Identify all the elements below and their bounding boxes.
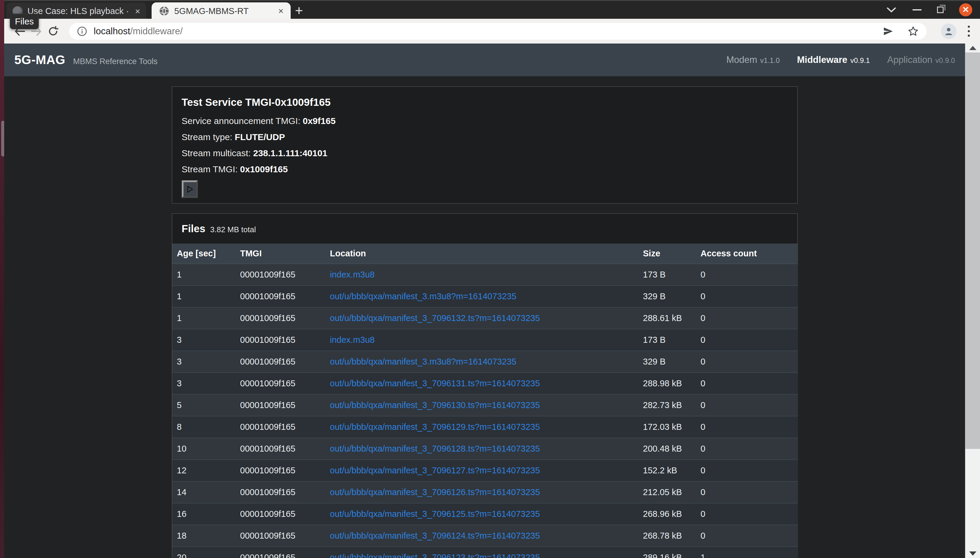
age-cell: 8 <box>172 416 236 438</box>
profile-avatar[interactable] <box>941 23 957 39</box>
table-row: 1800001009f165out/u/bbb/qxa/manifest_3_7… <box>172 525 798 547</box>
age-cell: 3 <box>172 351 236 373</box>
access-count-cell: 0 <box>696 416 798 438</box>
version-badge: v0.9.1 <box>850 56 870 64</box>
play-icon <box>185 185 194 194</box>
address-bar[interactable]: localhost/middleware/ <box>69 23 927 39</box>
location-cell: out/u/bbb/qxa/manifest_3_7096130.ts?m=16… <box>325 394 638 416</box>
location-cell: out/u/bbb/qxa/manifest_3_7096124.ts?m=16… <box>325 525 638 547</box>
maximize-restore-button[interactable] <box>937 7 944 13</box>
new-tab-button[interactable]: + <box>291 2 307 19</box>
access-count-cell: 0 <box>696 438 798 460</box>
size-cell: 172.03 kB <box>638 416 696 438</box>
file-link[interactable]: out/u/bbb/qxa/manifest_3_7096124.ts?m=16… <box>330 531 540 540</box>
tmgi-cell: 00001009f165 <box>236 286 325 307</box>
service-card-title: Test Service TMGI-0x1009f165 <box>182 96 788 108</box>
tab-5gmag-mbms-rt[interactable]: 5GMAG-MBMS-RT × <box>152 2 291 20</box>
file-link[interactable]: out/u/bbb/qxa/manifest_3.m3u8?m=16140732… <box>330 292 517 301</box>
age-cell: 1 <box>172 264 236 286</box>
nav-link-middleware[interactable]: Middlewarev0.9.1 <box>797 54 870 65</box>
browser-menu-button[interactable] <box>965 26 973 37</box>
access-count-cell: 0 <box>696 503 798 525</box>
scrollbar-down-arrow[interactable] <box>965 549 980 558</box>
triangle-down-icon <box>969 551 977 556</box>
tmgi-cell: 00001009f165 <box>236 373 325 394</box>
column-header: Size <box>638 243 696 264</box>
access-count-cell: 0 <box>696 307 798 329</box>
location-cell: out/u/bbb/qxa/manifest_3_7096128.ts?m=16… <box>325 438 638 460</box>
size-cell: 288.98 kB <box>638 373 696 394</box>
age-cell: 3 <box>172 373 236 394</box>
nav-link-application[interactable]: Applicationv0.9.0 <box>887 54 955 65</box>
access-count-cell: 0 <box>696 481 798 503</box>
file-link[interactable]: out/u/bbb/qxa/manifest_3_7096127.ts?m=16… <box>330 466 540 475</box>
browser-toolbar: localhost/middleware/ <box>4 19 980 44</box>
column-header: TMGI <box>236 243 325 264</box>
location-cell: out/u/bbb/qxa/manifest_3.m3u8?m=16140732… <box>325 286 638 307</box>
table-row: 500001009f165out/u/bbb/qxa/manifest_3_70… <box>172 394 798 416</box>
tab-search-chevron-icon[interactable] <box>886 6 897 13</box>
service-field: Stream TMGI:0x1009f165 <box>182 164 788 174</box>
table-row: 1400001009f165out/u/bbb/qxa/manifest_3_7… <box>172 481 798 503</box>
page-scrollbar[interactable] <box>965 44 980 558</box>
file-link[interactable]: out/u/bbb/qxa/manifest_3_7096126.ts?m=16… <box>330 487 540 497</box>
age-cell: 14 <box>172 481 236 503</box>
file-link[interactable]: index.m3u8 <box>330 335 375 345</box>
tab-close-icon[interactable]: × <box>135 7 140 16</box>
size-cell: 212.05 kB <box>638 481 696 503</box>
table-row: 1000001009f165out/u/bbb/qxa/manifest_3_7… <box>172 438 798 460</box>
access-count-cell: 1 <box>696 547 798 558</box>
url-host: localhost <box>94 26 130 36</box>
file-link[interactable]: out/u/bbb/qxa/manifest_3_7096125.ts?m=16… <box>330 509 540 519</box>
files-card-title: Files <box>182 223 206 235</box>
table-row: 300001009f165out/u/bbb/qxa/manifest_3.m3… <box>172 351 798 373</box>
tmgi-cell: 00001009f165 <box>236 307 325 329</box>
table-row: 1600001009f165out/u/bbb/qxa/manifest_3_7… <box>172 503 798 525</box>
play-stream-button[interactable] <box>182 181 198 198</box>
window-close-button[interactable]: ✕ <box>959 3 972 16</box>
table-row: 100001009f165out/u/bbb/qxa/manifest_3_70… <box>172 307 798 329</box>
site-info-icon[interactable] <box>77 26 87 36</box>
size-cell: 282.73 kB <box>638 394 696 416</box>
files-table-header-row: Age [sec]TMGILocationSizeAccess count <box>172 243 798 264</box>
files-table-body: 100001009f165index.m3u8173 B0100001009f1… <box>172 264 798 558</box>
site-navbar: 5G-MAG MBMS Reference Tools Modemv1.1.0 … <box>4 44 965 76</box>
size-cell: 152.2 kB <box>638 460 696 481</box>
file-link[interactable]: out/u/bbb/qxa/manifest_3_7096123.ts?m=16… <box>330 553 540 558</box>
table-row: 300001009f165index.m3u8173 B0 <box>172 329 798 351</box>
file-link[interactable]: out/u/bbb/qxa/manifest_3_7096130.ts?m=16… <box>330 400 540 410</box>
minimize-button[interactable] <box>912 9 922 10</box>
service-field: Service announcement TMGI:0x9f165 <box>182 116 788 126</box>
table-row: 100001009f165index.m3u8173 B0 <box>172 264 798 286</box>
bookmark-star-icon[interactable] <box>908 26 919 37</box>
scrollbar-up-arrow[interactable] <box>965 44 980 53</box>
location-cell: out/u/bbb/qxa/manifest_3_7096123.ts?m=16… <box>325 547 638 558</box>
version-badge: v0.9.0 <box>936 56 955 64</box>
reload-button[interactable] <box>45 26 61 37</box>
access-count-cell: 0 <box>696 373 798 394</box>
column-header: Age [sec] <box>172 243 236 264</box>
brand-subtitle: MBMS Reference Tools <box>73 54 158 66</box>
nav-link-modem[interactable]: Modemv1.1.0 <box>726 54 780 65</box>
tab-close-icon[interactable]: × <box>278 7 283 15</box>
file-link[interactable]: index.m3u8 <box>330 270 375 279</box>
column-header: Access count <box>696 243 798 264</box>
file-link[interactable]: out/u/bbb/qxa/manifest_3_7096128.ts?m=16… <box>330 444 540 453</box>
tmgi-cell: 00001009f165 <box>236 351 325 373</box>
tmgi-cell: 00001009f165 <box>236 394 325 416</box>
scrollbar-thumb[interactable] <box>965 53 980 449</box>
tab-label: 5GMAG-MBMS-RT <box>174 6 275 16</box>
tab-label: Use Case: HLS playback · <box>28 6 129 16</box>
age-cell: 16 <box>172 503 236 525</box>
file-link[interactable]: out/u/bbb/qxa/manifest_3_7096132.ts?m=16… <box>330 313 540 323</box>
file-link[interactable]: out/u/bbb/qxa/manifest_3_7096131.ts?m=16… <box>330 379 540 388</box>
send-to-device-icon[interactable] <box>883 26 894 36</box>
size-cell: 173 B <box>638 264 696 286</box>
location-cell: index.m3u8 <box>325 264 638 286</box>
file-link[interactable]: out/u/bbb/qxa/manifest_3_7096129.ts?m=16… <box>330 422 540 432</box>
files-card: Files 3.82 MB total Age [sec]TMGILocatio… <box>172 213 798 558</box>
service-field-value: 0x1009f165 <box>240 164 288 174</box>
access-count-cell: 0 <box>696 351 798 373</box>
age-cell: 5 <box>172 394 236 416</box>
file-link[interactable]: out/u/bbb/qxa/manifest_3.m3u8?m=16140732… <box>330 357 517 366</box>
